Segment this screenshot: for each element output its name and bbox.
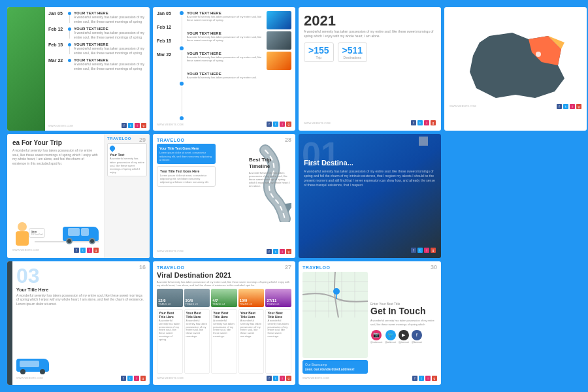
infographic-text: A wonderful serenity has taken possessio… — [16, 293, 146, 306]
infographic-title: Your Title Here — [16, 287, 146, 292]
slide-r1s3: 2021 A wonderful serenity has taken poss… — [299, 7, 441, 131]
trip-idea-title: ea For Your Trip — [12, 139, 99, 146]
map-grid-svg — [302, 272, 368, 318]
tw-icon: t — [128, 123, 133, 128]
row3-spacer — [444, 261, 588, 385]
infographic-big-num: 03 — [16, 265, 146, 286]
slide-num-29: 29 — [139, 137, 146, 143]
fb-icon: f — [122, 123, 127, 128]
date-jan: Jan 05 — [48, 11, 65, 16]
date-mar22: Mar 22 — [48, 58, 65, 63]
row-3: 16 03 Your Title Here A wonderful sereni… — [7, 261, 588, 385]
svg-point-3 — [536, 52, 541, 57]
year-2021: 2021 — [304, 12, 436, 29]
row-1: Jan 05 YOUR TEXT HERE A wonderful sereni… — [7, 7, 588, 131]
gp-icon: g — [141, 123, 146, 128]
slide-num-28: 28 — [285, 137, 291, 143]
row-2: 29 ea For Your Trip A wonderful serenity… — [7, 134, 588, 257]
slide-r1s2: Jan 05 Feb 12 Feb 15 Mar 22 — [153, 7, 295, 131]
slide-r3s1: 16 03 Your Title Here A wonderful sereni… — [7, 261, 150, 385]
timeline-body-1: A wonderful serenity has taken possessio… — [74, 15, 146, 24]
slide-num-27: 27 — [285, 264, 291, 270]
svg-point-12 — [333, 288, 340, 295]
stat1-label: Trip — [308, 56, 329, 59]
slide-r1s4: WWW.WEBSITE.COM f t i g — [444, 7, 587, 131]
slide-r2s2: 28 TRAVELOO Your Title Text Goes Here Lo… — [153, 134, 295, 257]
stats-description: A wonderful serenity has taken possessio… — [304, 29, 436, 39]
stat1-num: >155 — [308, 45, 329, 56]
date-feb15: Feb 15 — [48, 42, 65, 47]
big-number-01: 01 — [302, 137, 340, 171]
slide-r3s2: 27 TRAVELOO Viral Destination 2021 A won… — [153, 261, 295, 385]
slide-r1s1: Jan 05 YOUR TEXT HERE A wonderful sereni… — [7, 7, 150, 131]
get-in-touch-title: Get In Touch — [370, 306, 437, 316]
stat2-num: >511 — [342, 45, 363, 56]
slide-num-30: 30 — [431, 264, 437, 270]
stat2-label: Destinations — [342, 56, 363, 59]
germany-map-svg — [463, 29, 568, 101]
website-r1s1: WWW.ONSITE.COM — [48, 124, 73, 127]
ig-icon: i — [135, 123, 140, 128]
row2-spacer — [444, 134, 588, 257]
viral-title: Viral Destination 2021 — [157, 271, 291, 279]
slide-r3s3: 30 TRAVELOO — [299, 261, 441, 385]
date-feb12: Feb 12 — [48, 27, 65, 31]
app-container: Jan 05 YOUR TEXT HERE A wonderful sereni… — [4, 4, 588, 388]
slide-r2s3: 01 First Destina... A wonderful serenity… — [299, 134, 441, 257]
slide-r2s1: 29 ea For Your Trip A wonderful serenity… — [7, 134, 150, 257]
